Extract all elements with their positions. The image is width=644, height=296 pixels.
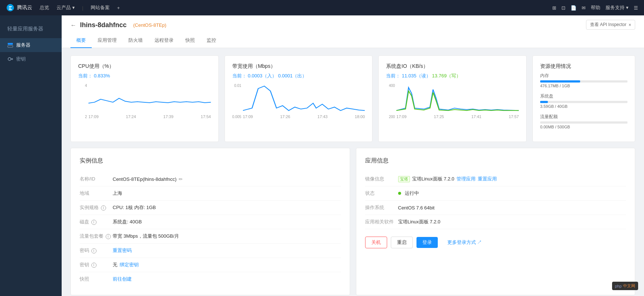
php-label: php bbox=[615, 284, 622, 288]
nav-add[interactable]: + bbox=[117, 5, 120, 11]
app-status-row: 状态 运行中 bbox=[365, 186, 626, 201]
info-region-val: 上海 bbox=[113, 190, 341, 197]
manage-app-link[interactable]: 管理应用 bbox=[456, 176, 476, 182]
bw-y-mid: 0.005 bbox=[232, 115, 241, 119]
tab-app[interactable]: 应用管理 bbox=[92, 33, 123, 48]
info-spec-val: CPU: 1核 内存: 1GB bbox=[113, 204, 341, 211]
nav-help[interactable]: 帮助 bbox=[591, 4, 600, 11]
info-region-row: 地域 上海 bbox=[80, 186, 341, 201]
nav-products[interactable]: 云产品 ▾ bbox=[57, 4, 75, 11]
bandwidth-card: 带宽使用（Mbps） 当前： 0.0003（入） 0.0001（出） 0.01 … bbox=[225, 55, 373, 142]
svg-rect-2 bbox=[8, 45, 13, 47]
resource-card: 资源使用情况 内存 476.17MB / 1GB 系统盘 3.59GB / 40… bbox=[532, 55, 635, 142]
restart-button[interactable]: 重启 bbox=[391, 237, 413, 248]
disk-info-icon[interactable]: i bbox=[91, 220, 97, 225]
sidebar-server-label: 服务器 bbox=[16, 42, 30, 48]
traffic-info-icon[interactable]: i bbox=[106, 234, 111, 239]
bandwidth-chart-wrapper: 0.01 0.005 17:09 17:26 bbox=[232, 84, 365, 119]
instance-title: 实例信息 bbox=[80, 157, 341, 165]
nav-grid-icon[interactable]: ⊞ bbox=[552, 5, 556, 11]
tab-overview[interactable]: 概要 bbox=[70, 33, 92, 48]
resource-memory-value: 476.17MB / 1GB bbox=[540, 84, 627, 88]
info-name-row: 名称/ID CentOS-8TEp(lhins-8dahfncc) ✏ bbox=[80, 172, 341, 186]
info-disk-val: 系统盘: 40GB bbox=[113, 219, 341, 225]
info-snapshot-val: 前往创建 bbox=[113, 276, 341, 282]
reset-app-link[interactable]: 重置应用 bbox=[478, 176, 497, 182]
reset-password-link[interactable]: 重置密码 bbox=[113, 247, 132, 254]
nav-menu[interactable]: ☰ bbox=[634, 5, 638, 11]
api-inspector-badge[interactable]: 查看 API Inspector × bbox=[586, 20, 635, 30]
shutdown-button[interactable]: 关机 bbox=[365, 237, 387, 248]
tab-monitor[interactable]: 监控 bbox=[201, 33, 222, 48]
password-info-icon[interactable]: i bbox=[91, 248, 97, 253]
disk-y-mid: 200 bbox=[386, 115, 395, 119]
cpu-current: 当前： 0.833% bbox=[78, 73, 211, 79]
info-spec-key: 实例规格 i bbox=[80, 204, 113, 211]
tab-snapshot[interactable]: 快照 bbox=[179, 33, 201, 48]
spec-info-icon[interactable]: i bbox=[101, 205, 106, 211]
app-status-val: 运行中 bbox=[398, 190, 626, 197]
sidebar-item-key[interactable]: 密钥 bbox=[0, 52, 62, 66]
app-status-key: 状态 bbox=[365, 190, 398, 197]
api-inspector-close[interactable]: × bbox=[629, 22, 631, 28]
bw-y-max: 0.01 bbox=[232, 84, 241, 88]
app-software-row: 应用相关软件 宝塔Linux面板 7.2.0 bbox=[365, 215, 626, 229]
resource-disk-label: 系统盘 bbox=[540, 93, 627, 99]
resource-traffic-value: 0.00MB / 500GB bbox=[540, 125, 627, 129]
cpu-time-labels: 17:09 17:24 17:39 17:54 bbox=[88, 114, 211, 119]
content-body: CPU使用（%） 当前： 0.833% 4 2 bbox=[62, 48, 644, 296]
info-key-key: 密钥 i bbox=[80, 262, 113, 268]
sidebar-key-label: 密钥 bbox=[16, 56, 26, 62]
tab-firewall[interactable]: 防火墙 bbox=[123, 33, 149, 48]
nav-file-icon[interactable]: 📄 bbox=[571, 5, 576, 11]
status-dot bbox=[398, 192, 401, 195]
bandwidth-current: 当前： 0.0003（入） 0.0001（出） bbox=[232, 73, 365, 79]
app-image-key: 镜像信息 bbox=[365, 176, 398, 182]
info-key-val: 无 绑定密钥 bbox=[113, 262, 341, 268]
info-traffic-row: 流量包套餐 i 带宽 3Mbps，流量包 500GB/月 bbox=[80, 229, 341, 244]
info-password-row: 密码 i 重置密码 bbox=[80, 244, 341, 258]
php-badge: php 中文网 bbox=[612, 282, 638, 290]
cpu-chart bbox=[88, 84, 211, 113]
login-button[interactable]: 登录 bbox=[416, 237, 438, 248]
cpu-title: CPU使用（%） bbox=[78, 63, 211, 70]
app-os-row: 操作系统 CentOS 7.6 64bit bbox=[365, 201, 626, 215]
sidebar-item-server[interactable]: 服务器 bbox=[0, 38, 62, 52]
info-key-row: 密钥 i 无 绑定密钥 bbox=[80, 258, 341, 272]
svg-rect-1 bbox=[8, 43, 13, 45]
disk-chart bbox=[396, 84, 519, 113]
sidebar: 轻量应用服务器 服务器 密钥 bbox=[0, 15, 62, 296]
resource-disk-value: 3.59GB / 40GB bbox=[540, 104, 627, 109]
disk-title: 系统盘IO（KB/s） bbox=[386, 63, 519, 70]
info-spec-row: 实例规格 i CPU: 1核 内存: 1GB bbox=[80, 201, 341, 215]
resource-memory: 内存 476.17MB / 1GB bbox=[540, 73, 627, 88]
app-os-val: CentOS 7.6 64bit bbox=[398, 205, 626, 211]
topnav-right: ⊞ ⊡ 📄 ✉ 帮助 服务支持 ▾ ☰ bbox=[552, 4, 638, 11]
info-traffic-key: 流量包套餐 i bbox=[80, 233, 113, 240]
more-login-button[interactable]: 更多登录方式 ↗ bbox=[441, 237, 488, 248]
topnav: 腾讯云 总览 云产品 ▾ | 网站备案 + ⊞ ⊡ 📄 ✉ 帮助 服务支持 ▾ … bbox=[0, 0, 644, 15]
tab-remote[interactable]: 远程登录 bbox=[149, 33, 179, 48]
nav-support[interactable]: 服务支持 ▾ bbox=[605, 4, 629, 11]
nav-apps-icon[interactable]: ⊡ bbox=[561, 5, 565, 11]
nav-mail-icon[interactable]: ✉ bbox=[582, 5, 586, 11]
nav-overview[interactable]: 总览 bbox=[40, 4, 49, 11]
bind-key-link[interactable]: 绑定密钥 bbox=[120, 262, 139, 268]
content-header: ← lhins-8dahfncc (CentOS-8TEp) 查看 API In… bbox=[62, 15, 644, 48]
info-traffic-val: 带宽 3Mbps，流量包 500GB/月 bbox=[113, 233, 341, 240]
disk-chart-wrapper: 400 200 bbox=[386, 84, 519, 119]
nav-filing[interactable]: 网站备案 bbox=[91, 4, 110, 11]
app-software-val: 宝塔Linux面板 7.2.0 bbox=[398, 219, 626, 225]
logo[interactable]: 腾讯云 bbox=[6, 3, 32, 12]
key-info-icon[interactable]: i bbox=[91, 263, 97, 268]
disk-current: 当前： 11.035（读） 13.769（写） bbox=[386, 73, 519, 79]
disk-y-max: 400 bbox=[386, 84, 395, 88]
create-snapshot-link[interactable]: 前往创建 bbox=[113, 276, 132, 282]
info-region-key: 地域 bbox=[80, 190, 113, 197]
logo-text: 腾讯云 bbox=[17, 4, 32, 11]
back-button[interactable]: ← bbox=[70, 22, 76, 29]
resource-memory-label: 内存 bbox=[540, 73, 627, 79]
edit-icon[interactable]: ✏ bbox=[179, 176, 183, 182]
api-inspector-label: 查看 API Inspector bbox=[590, 22, 626, 28]
app-title: 应用信息 bbox=[365, 157, 626, 165]
